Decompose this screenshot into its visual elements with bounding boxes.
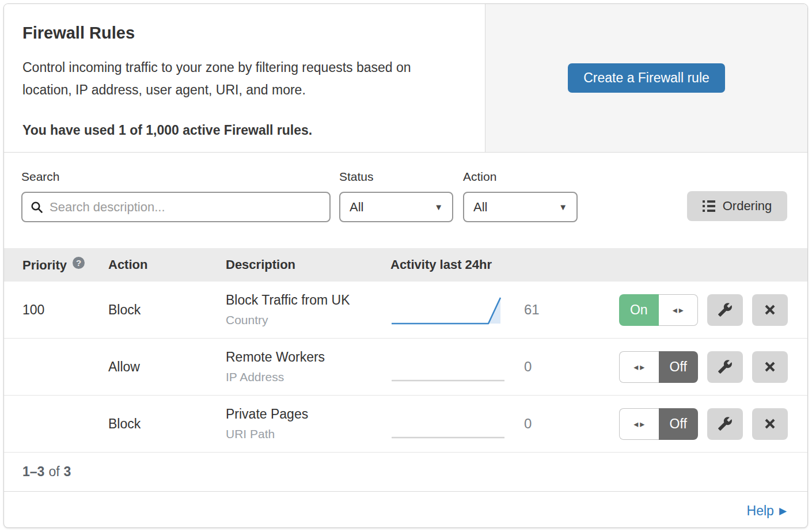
activity-sparkline <box>390 294 506 326</box>
activity-cell: 0 <box>390 351 547 383</box>
delete-rule-button[interactable] <box>752 294 788 326</box>
status-label: Status <box>339 170 453 184</box>
search-icon <box>31 201 43 214</box>
page-title: Firewall Rules <box>22 24 462 43</box>
rule-enabled-toggle[interactable]: ◂▸ Off <box>619 351 698 383</box>
action-field: Action All ▼ <box>463 170 578 222</box>
row-controls: On ◂▸ <box>619 294 807 326</box>
action-cell: Allow <box>108 359 226 375</box>
toggle-drag-handle[interactable]: ◂▸ <box>659 294 699 326</box>
chevron-right-icon: ▶ <box>779 505 787 517</box>
action-select[interactable]: All ▼ <box>463 192 578 222</box>
activity-sparkline <box>390 408 506 440</box>
activity-count: 61 <box>524 302 547 318</box>
help-badge-icon[interactable]: ? <box>73 257 85 269</box>
ordering-button[interactable]: Ordering <box>687 191 787 221</box>
column-header-description: Description <box>226 257 390 272</box>
help-row: Help ▶ <box>4 492 807 528</box>
description-cell: Private Pages URI Path <box>226 406 390 441</box>
action-cell: Block <box>108 416 226 432</box>
rule-type-label: Country <box>226 313 390 327</box>
priority-cell: 100 <box>4 302 108 318</box>
toggle-state-label: Off <box>659 351 699 383</box>
activity-cell: 0 <box>390 408 547 440</box>
delete-rule-button[interactable] <box>752 351 788 383</box>
ordering-button-label: Ordering <box>723 199 772 214</box>
close-icon <box>763 360 777 374</box>
action-selected-value: All <box>473 200 487 215</box>
create-firewall-rule-button[interactable]: Create a Firewall rule <box>568 63 725 93</box>
delete-rule-button[interactable] <box>752 408 788 440</box>
rule-type-label: URI Path <box>226 427 390 441</box>
page-header-text: Firewall Rules Control incoming traffic … <box>4 4 485 152</box>
column-header-priority: Priority? <box>4 257 108 273</box>
table-header: Priority? Action Description Activity la… <box>4 248 807 282</box>
ordered-list-icon <box>703 200 715 212</box>
rule-enabled-toggle[interactable]: ◂▸ Off <box>619 408 698 440</box>
close-icon <box>763 303 777 317</box>
column-header-action: Action <box>108 257 226 272</box>
activity-cell: 61 <box>390 294 547 326</box>
drag-arrows-icon: ◂▸ <box>632 362 646 373</box>
usage-note: You have used 1 of 1,000 active Firewall… <box>22 123 462 138</box>
search-field: Search <box>21 170 331 222</box>
row-controls: ◂▸ Off <box>619 351 807 383</box>
rule-enabled-toggle[interactable]: On ◂▸ <box>619 294 698 326</box>
chevron-down-icon: ▼ <box>559 202 567 212</box>
help-link[interactable]: Help ▶ <box>747 503 787 519</box>
edit-rule-button[interactable] <box>707 351 743 383</box>
action-label: Action <box>463 170 578 184</box>
toggle-state-label: Off <box>659 408 699 440</box>
toggle-drag-handle[interactable]: ◂▸ <box>619 351 659 383</box>
wrench-icon <box>718 359 733 374</box>
header-right-panel: Create a Firewall rule <box>485 4 807 152</box>
filter-bar: Search Status All ▼ Action All ▼ <box>4 153 807 248</box>
description-title: Block Traffic from UK <box>226 292 390 308</box>
rule-type-label: IP Address <box>226 370 390 384</box>
wrench-icon <box>718 416 733 431</box>
activity-sparkline <box>390 351 506 383</box>
description-cell: Block Traffic from UK Country <box>226 292 390 327</box>
firewall-rules-card: Firewall Rules Control incoming traffic … <box>3 3 808 528</box>
toggle-drag-handle[interactable]: ◂▸ <box>619 408 659 440</box>
toggle-state-label: On <box>619 294 659 326</box>
status-selected-value: All <box>350 200 363 215</box>
pagination-of-label: of <box>48 464 59 480</box>
search-input[interactable] <box>50 200 321 215</box>
status-select[interactable]: All ▼ <box>339 192 453 222</box>
activity-count: 0 <box>524 416 547 432</box>
close-icon <box>763 417 777 431</box>
status-field: Status All ▼ <box>339 170 453 222</box>
action-cell: Block <box>108 302 226 318</box>
description-title: Remote Workers <box>226 349 390 365</box>
help-link-label: Help <box>747 503 774 519</box>
chevron-down-icon: ▼ <box>434 202 443 212</box>
description-cell: Remote Workers IP Address <box>226 349 390 384</box>
wrench-icon <box>718 302 733 317</box>
column-header-activity: Activity last 24hr <box>390 257 492 272</box>
row-controls: ◂▸ Off <box>619 408 807 440</box>
table-row: 100 Block Block Traffic from UK Country … <box>4 282 807 339</box>
pagination: 1–3 of 3 <box>4 453 807 492</box>
pagination-total: 3 <box>64 464 71 480</box>
page-description: Control incoming traffic to your zone by… <box>22 56 462 101</box>
description-title: Private Pages <box>226 406 390 422</box>
edit-rule-button[interactable] <box>707 408 743 440</box>
pagination-range: 1–3 <box>22 464 44 480</box>
search-label: Search <box>21 170 331 184</box>
search-box[interactable] <box>21 192 331 222</box>
table-row: Allow Remote Workers IP Address 0 ◂▸ Off <box>4 339 807 396</box>
drag-arrows-icon: ◂▸ <box>671 305 685 316</box>
activity-count: 0 <box>524 359 547 375</box>
page-header: Firewall Rules Control incoming traffic … <box>4 4 807 153</box>
drag-arrows-icon: ◂▸ <box>632 419 646 430</box>
edit-rule-button[interactable] <box>707 294 743 326</box>
table-row: Block Private Pages URI Path 0 ◂▸ Off <box>4 396 807 453</box>
